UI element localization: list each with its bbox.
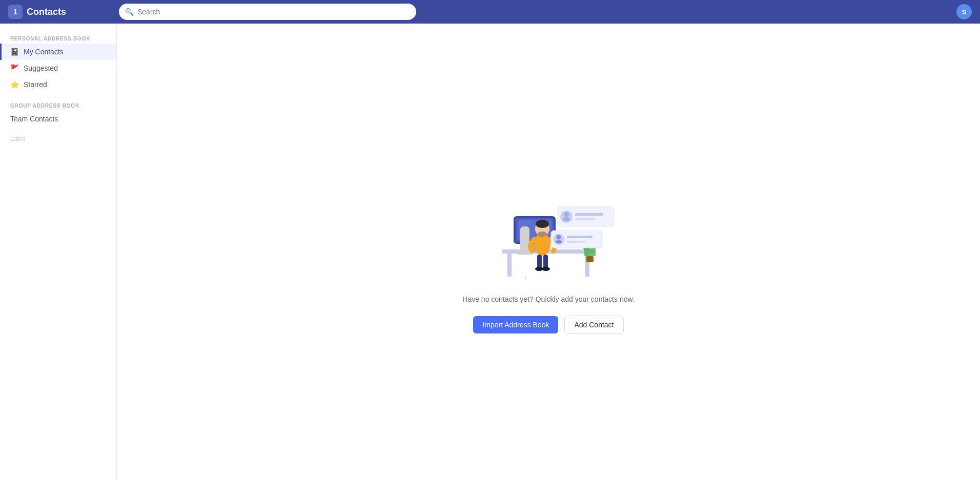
suggested-icon: 🚩 bbox=[10, 64, 18, 72]
search-input[interactable] bbox=[119, 4, 416, 20]
sidebar-item-my-contacts-label: My Contacts bbox=[24, 48, 64, 56]
svg-rect-15 bbox=[537, 255, 542, 269]
svg-point-13 bbox=[536, 220, 549, 228]
search-icon: 🔍 bbox=[125, 8, 134, 16]
sidebar-misc-label: Label bbox=[0, 131, 116, 147]
sidebar-item-starred[interactable]: ⭐ Starred bbox=[0, 76, 116, 93]
starred-icon: ⭐ bbox=[10, 80, 18, 89]
empty-message: Have no contacts yet? Quickly add your c… bbox=[462, 295, 634, 303]
app-title: Contacts bbox=[27, 7, 66, 17]
sidebar-item-starred-label: Starred bbox=[24, 80, 47, 89]
sidebar-item-team-contacts[interactable]: Team Contacts bbox=[0, 111, 116, 127]
user-avatar[interactable]: S bbox=[956, 4, 972, 19]
svg-point-26 bbox=[564, 212, 569, 217]
app-logo: 1 Contacts bbox=[8, 5, 111, 19]
illustration bbox=[472, 170, 625, 283]
svg-rect-34 bbox=[567, 236, 593, 238]
search-container: 🔍 bbox=[119, 4, 416, 20]
svg-rect-35 bbox=[567, 241, 585, 243]
svg-point-27 bbox=[563, 217, 570, 221]
svg-rect-28 bbox=[575, 213, 603, 216]
add-contact-button[interactable]: Add Contact bbox=[564, 316, 623, 334]
svg-point-33 bbox=[556, 240, 562, 243]
sidebar-item-team-contacts-label: Team Contacts bbox=[10, 115, 58, 123]
contacts-icon: 📓 bbox=[10, 48, 18, 56]
personal-section-label: PERSONAL ADDRESS BOOK bbox=[0, 32, 116, 44]
import-address-book-button[interactable]: Import Address Book bbox=[473, 316, 558, 333]
svg-rect-20 bbox=[586, 256, 594, 262]
sidebar: PERSONAL ADDRESS BOOK 📓 My Contacts 🚩 Su… bbox=[0, 24, 117, 480]
svg-rect-8 bbox=[520, 226, 529, 252]
svg-point-14 bbox=[538, 232, 547, 237]
app-header: 1 Contacts 🔍 S bbox=[0, 0, 980, 24]
main-layout: PERSONAL ADDRESS BOOK 📓 My Contacts 🚩 Su… bbox=[0, 24, 980, 480]
group-section-label: GROUP ADDRESS BOOK bbox=[0, 99, 116, 111]
empty-state: Have no contacts yet? Quickly add your c… bbox=[462, 170, 634, 334]
logo-icon: 1 bbox=[8, 5, 23, 19]
svg-rect-16 bbox=[543, 255, 548, 269]
empty-actions: Import Address Book Add Contact bbox=[473, 316, 623, 334]
svg-point-32 bbox=[557, 235, 561, 239]
sidebar-item-my-contacts[interactable]: 📓 My Contacts bbox=[0, 44, 116, 60]
svg-rect-1 bbox=[507, 254, 512, 277]
svg-rect-29 bbox=[575, 218, 596, 220]
svg-point-18 bbox=[542, 267, 550, 271]
sidebar-item-suggested[interactable]: 🚩 Suggested bbox=[0, 60, 116, 76]
sidebar-item-suggested-label: Suggested bbox=[24, 64, 58, 72]
main-content: Have no contacts yet? Quickly add your c… bbox=[117, 24, 980, 480]
logo-letter: 1 bbox=[13, 8, 17, 16]
